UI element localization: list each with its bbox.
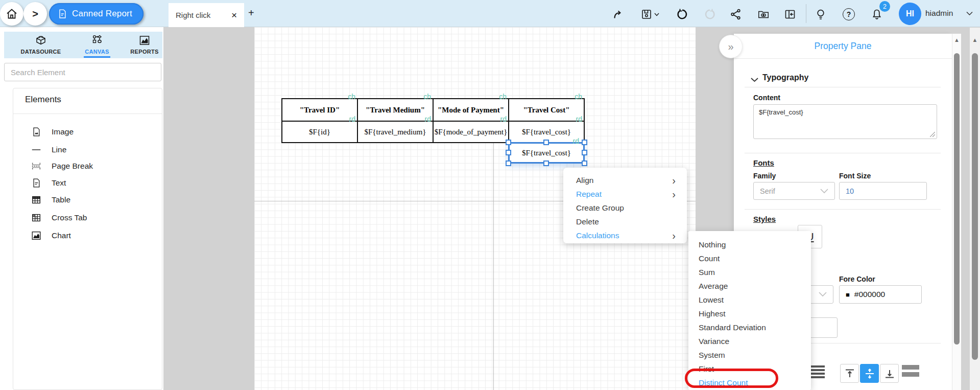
home-button[interactable] (0, 2, 23, 26)
band-tag-rd: rd (573, 137, 579, 145)
report-title-pill[interactable]: Canned Report (49, 3, 144, 25)
typography-collapse-icon[interactable] (751, 75, 758, 84)
chevron-down-icon (819, 292, 827, 297)
tab-right-click[interactable]: Right click × (169, 3, 244, 27)
stretch-bars-icon[interactable] (902, 365, 919, 379)
help-button[interactable]: ? (843, 8, 855, 20)
undo-button[interactable] (676, 8, 688, 20)
report-table[interactable]: "Travel ID"ch "Travel Medium"ch "Mode of… (281, 98, 585, 143)
reports-icon (119, 34, 170, 47)
left-sidebar: DATASOURCE CANVAS REPORTS Elements (0, 27, 163, 390)
submenu-item-average[interactable]: Average (688, 279, 811, 293)
selection-handle-nw[interactable] (506, 140, 511, 145)
submenu-item-count[interactable]: Count (688, 251, 811, 265)
context-menu-item-calculations[interactable]: Calculations› (563, 228, 687, 242)
resize-handle-icon[interactable] (930, 132, 935, 137)
header-cell[interactable]: "Travel Medium"ch (357, 99, 433, 121)
context-menu-item-create-group[interactable]: Create Group (563, 201, 687, 215)
family-label: Family (753, 172, 776, 180)
content-textarea[interactable]: $F{travel_cost} (753, 104, 937, 139)
cross-tab-icon (30, 212, 42, 223)
tab-label: CANVAS (71, 49, 123, 55)
search-element-input[interactable] (4, 63, 161, 81)
data-cell[interactable]: $F{mode_of_payment}rd (433, 121, 509, 143)
element-item-image[interactable]: Image (13, 124, 162, 140)
submenu-item-distinct-count[interactable]: Distinct Count (688, 376, 811, 389)
save-button[interactable] (639, 8, 660, 20)
selection-handle-se[interactable] (582, 160, 587, 166)
tab-canvas[interactable]: CANVAS (71, 34, 123, 55)
pane-scrollbar-thumb[interactable] (954, 53, 960, 345)
fore-color-input[interactable]: ■ #000000 (839, 285, 922, 304)
tab-close-icon[interactable]: × (231, 10, 237, 21)
selection-handle-e[interactable] (582, 150, 587, 155)
vertical-align-middle-button[interactable] (860, 364, 879, 383)
submenu-item-first[interactable]: First (688, 362, 811, 376)
data-cell[interactable]: $F{travel_medium}rd (357, 121, 433, 143)
username-menu[interactable]: hiadmin (925, 9, 953, 18)
font-family-value: Serif (760, 187, 775, 195)
font-family-select[interactable]: Serif (753, 182, 835, 200)
context-menu-item-align[interactable]: Align› (563, 173, 687, 187)
page-scrollbar-thumb[interactable] (972, 53, 978, 360)
selection-handle-w[interactable] (506, 150, 511, 155)
share-button[interactable] (730, 8, 742, 20)
breadcrumb-forward-button[interactable]: > (23, 2, 47, 26)
context-menu-item-repeat[interactable]: Repeat› (563, 187, 687, 201)
export-button[interactable] (612, 8, 625, 20)
redo-button[interactable] (704, 8, 716, 20)
preview-button[interactable] (757, 8, 770, 20)
avatar[interactable]: HI (899, 3, 921, 25)
submenu-item-variance[interactable]: Variance (688, 334, 811, 348)
content-value: $F{travel_cost} (759, 108, 803, 116)
divider (745, 209, 941, 210)
page-scrollbar[interactable]: ▲ (970, 28, 980, 390)
scroll-up-icon[interactable]: ▲ (952, 37, 961, 43)
header-cell[interactable]: "Mode of Payment"ch (433, 99, 509, 121)
chart-icon (30, 230, 42, 241)
color-swatch: ■ (846, 291, 850, 299)
vertical-align-bottom-button[interactable] (880, 364, 899, 383)
user-chevron-down-icon[interactable] (966, 11, 973, 16)
scroll-up-icon[interactable]: ▲ (970, 37, 980, 43)
element-item-text[interactable]: Text (13, 175, 162, 191)
selection-handle-n[interactable] (543, 140, 549, 145)
selection-handle-sw[interactable] (506, 160, 511, 166)
element-item-page-break[interactable]: Page Break (13, 158, 162, 174)
new-tab-button[interactable]: + (248, 7, 254, 19)
vertical-align-top-button[interactable] (840, 364, 859, 383)
data-cell[interactable]: $F{id}rd (282, 121, 357, 143)
submenu-item-sum[interactable]: Sum (688, 265, 811, 279)
font-size-input[interactable]: 10 (839, 182, 927, 200)
header-cell[interactable]: "Travel ID"ch (282, 99, 357, 121)
pane-scrollbar[interactable]: ▲ (952, 34, 961, 390)
toggle-panel-button[interactable] (784, 8, 796, 20)
element-item-cross-tab[interactable]: Cross Tab (13, 210, 162, 225)
element-label: Cross Tab (52, 213, 87, 222)
tab-datasource[interactable]: DATASOURCE (15, 34, 66, 55)
fore-color-value: #000000 (854, 290, 885, 299)
tab-reports[interactable]: REPORTS (119, 34, 170, 55)
share-nodes-icon (730, 8, 742, 20)
submenu-item-standard-deviation[interactable]: Standard Deviation (688, 320, 811, 334)
selection-handle-s[interactable] (543, 160, 549, 166)
selection-handle-ne[interactable] (582, 140, 587, 145)
ideas-button[interactable] (815, 8, 827, 20)
context-menu-item-delete[interactable]: Delete (563, 215, 687, 228)
submenu-item-nothing[interactable]: Nothing (688, 238, 811, 251)
submenu-item-system[interactable]: System (688, 348, 811, 362)
text-icon (30, 177, 42, 189)
element-label: Text (52, 178, 66, 188)
header-cell[interactable]: "Travel Cost"ch (509, 99, 584, 121)
typography-section-label[interactable]: Typography (762, 73, 808, 82)
pane-collapse-button[interactable]: » (719, 35, 743, 58)
element-item-table[interactable]: Table (13, 192, 162, 208)
fonts-heading: Fonts (753, 158, 774, 167)
question-mark-icon: ? (843, 8, 855, 20)
context-menu: Align› Repeat› Create Group Delete Calcu… (563, 168, 687, 243)
submenu-item-highest[interactable]: Highest (688, 307, 811, 320)
element-item-chart[interactable]: Chart (13, 228, 162, 243)
element-item-line[interactable]: Line (13, 142, 162, 157)
justify-align-icon[interactable] (809, 365, 825, 380)
submenu-item-lowest[interactable]: Lowest (688, 293, 811, 307)
